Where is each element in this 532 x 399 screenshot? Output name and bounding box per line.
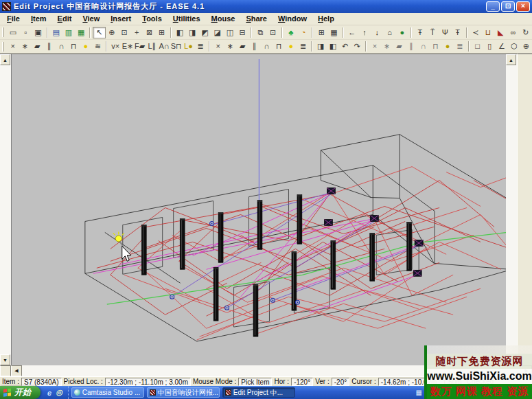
probe-button[interactable]: ≺ <box>470 27 482 38</box>
close-object-button[interactable]: ◧ <box>327 41 339 52</box>
tray-icon[interactable]: ▦ <box>416 389 422 396</box>
focus-button[interactable]: ⊕ <box>106 27 118 38</box>
menu-item[interactable]: Item <box>25 14 52 24</box>
left-vertical-scrollbar[interactable]: ▲ ▼ <box>0 54 11 365</box>
minimize-button[interactable]: _ <box>486 1 500 12</box>
edit-lamp-button[interactable]: ● <box>441 41 454 52</box>
pitcher-button[interactable]: ⊔ <box>482 27 494 38</box>
lightset-mode-button[interactable]: ≣ <box>194 41 207 52</box>
last-vertex-button[interactable]: × <box>212 41 224 52</box>
task-button[interactable]: Edit Project 中... <box>222 387 295 398</box>
menu-insert[interactable]: Insert <box>105 14 137 24</box>
menu-edit[interactable]: Edit <box>52 14 78 24</box>
insert-face-button[interactable]: ▰ <box>31 41 43 52</box>
print-copy-button[interactable]: ▥ <box>62 27 75 38</box>
scan-button[interactable]: ∞ <box>507 27 519 38</box>
open-object-button[interactable]: ◨ <box>314 41 327 52</box>
aim-speaker-2-button[interactable]: Ť <box>426 27 439 38</box>
render-vision-button[interactable]: ♣ <box>285 27 297 38</box>
mapping-button[interactable]: ▦ <box>327 27 340 38</box>
lamp-mode-button[interactable]: L● <box>183 41 195 52</box>
view-split-3-button[interactable]: ◩ <box>198 27 211 38</box>
edit-speaker-button[interactable]: ∥ <box>405 41 417 52</box>
chair-mode-button[interactable]: S⊓ <box>170 41 183 52</box>
menu-help[interactable]: Help <box>312 14 340 24</box>
delete-item-button[interactable]: × <box>7 41 19 52</box>
seat-mode-button[interactable]: A∩ <box>158 41 170 52</box>
insert-vertex-button[interactable]: ∗ <box>19 41 32 52</box>
edit-delete-button[interactable]: × <box>369 41 381 52</box>
start-button[interactable]: 开始 <box>0 386 41 399</box>
last-face-button[interactable]: ▰ <box>236 41 248 52</box>
edge-mode-button[interactable]: E∗ <box>122 41 134 52</box>
insert-seat-button[interactable]: ∩ <box>56 41 68 52</box>
speaker-mode-button[interactable]: L∥ <box>146 41 159 52</box>
insert-chair-button[interactable]: ⊓ <box>67 41 80 52</box>
print-button[interactable]: ▤ <box>50 27 62 38</box>
undo-button[interactable]: ↶ <box>339 41 351 52</box>
grab-item-button[interactable]: ⊡ <box>118 27 130 38</box>
media-player-icon[interactable]: ◎ <box>56 388 62 397</box>
wedge-button[interactable]: ◣ <box>494 27 507 38</box>
view-split-5-button[interactable]: ◫ <box>224 27 236 38</box>
polygon-tool-button[interactable]: ⬡ <box>508 41 520 52</box>
step-down-button[interactable]: ↓ <box>371 27 383 38</box>
aim-speaker-1-button[interactable]: Ŧ <box>414 27 426 38</box>
face-mode-button[interactable]: F▰ <box>134 41 146 52</box>
toolbar-grip[interactable] <box>2 27 4 37</box>
render-light-button[interactable]: ◔ <box>297 27 310 38</box>
rect-tool-button[interactable]: □ <box>472 41 484 52</box>
tile-windows-button[interactable]: ⊡ <box>266 27 279 38</box>
lshape-tool-button[interactable]: ∠ <box>496 41 508 52</box>
step-left-button[interactable]: ← <box>346 27 358 38</box>
edit-face-button[interactable]: ▰ <box>393 41 406 52</box>
zoom-extents-button[interactable]: ⊞ <box>156 27 168 38</box>
scene-3d-view[interactable] <box>12 54 506 365</box>
right-vertical-scrollbar[interactable]: ▲ ▼ <box>506 54 517 365</box>
toolbar-grip[interactable] <box>2 42 4 52</box>
save-button[interactable]: ▣ <box>32 27 44 38</box>
last-speaker-button[interactable]: ∥ <box>248 41 261 52</box>
edit-seat-button[interactable]: ∩ <box>417 41 430 52</box>
open-project-button[interactable]: ▭ <box>7 27 19 38</box>
edit-chair-button[interactable]: ⊓ <box>430 41 442 52</box>
select-pattern-button[interactable]: ▫ <box>19 27 32 38</box>
menu-window[interactable]: Window <box>273 14 312 24</box>
last-lamp-button[interactable]: ● <box>285 41 297 52</box>
zoom-window-button[interactable]: ⊠ <box>143 27 155 38</box>
restore-button[interactable]: ⊡ <box>501 1 515 12</box>
insert-lightset-button[interactable]: ≋ <box>92 41 104 52</box>
menu-tools[interactable]: Tools <box>137 14 167 24</box>
insert-lamp-button[interactable]: ● <box>80 41 92 52</box>
table-view-button[interactable]: ⊞ <box>315 27 327 38</box>
close-button[interactable]: × <box>516 1 530 12</box>
view-split-2-button[interactable]: ◨ <box>186 27 198 38</box>
aim-speaker-3-button[interactable]: Ψ <box>439 27 451 38</box>
scroll-left-button[interactable]: ◀ <box>11 365 22 376</box>
menu-share[interactable]: Share <box>240 14 273 24</box>
scroll-up-right-button[interactable]: ▲ <box>506 54 516 65</box>
viewport-3d-canvas[interactable] <box>11 54 506 365</box>
rotate-view-button[interactable]: ↻ <box>520 27 532 38</box>
ie-icon[interactable]: e <box>47 389 51 397</box>
pick-item-button[interactable]: ↖ <box>93 27 105 38</box>
edit-lightset-button[interactable]: ≣ <box>454 41 466 52</box>
menu-mouse[interactable]: Mouse <box>206 14 241 24</box>
walk-mode-button[interactable]: ⌂ <box>383 27 395 38</box>
step-up-button[interactable]: ↑ <box>358 27 371 38</box>
last-chair-button[interactable]: ⊓ <box>273 41 285 52</box>
view-split-1-button[interactable]: ◧ <box>174 27 186 38</box>
edit-vertex-button[interactable]: ∗ <box>381 41 393 52</box>
move-item-button[interactable]: + <box>130 27 143 38</box>
last-edge-button[interactable]: ∗ <box>224 41 237 52</box>
redo-button[interactable]: ↷ <box>351 41 364 52</box>
dome-tool-button[interactable]: ⊕ <box>520 41 532 52</box>
task-button[interactable]: 中国音响设计网报... <box>147 387 220 398</box>
view-split-6-button[interactable]: ⊟ <box>236 27 248 38</box>
insert-speaker-button[interactable]: ∥ <box>43 41 56 52</box>
export-button[interactable]: ▦ <box>75 27 87 38</box>
aim-speaker-4-button[interactable]: Ŧ <box>452 27 464 38</box>
column-tool-button[interactable]: ▯ <box>483 41 496 52</box>
world-view-button[interactable]: ● <box>396 27 408 38</box>
menu-utilities[interactable]: Utilities <box>167 14 206 24</box>
